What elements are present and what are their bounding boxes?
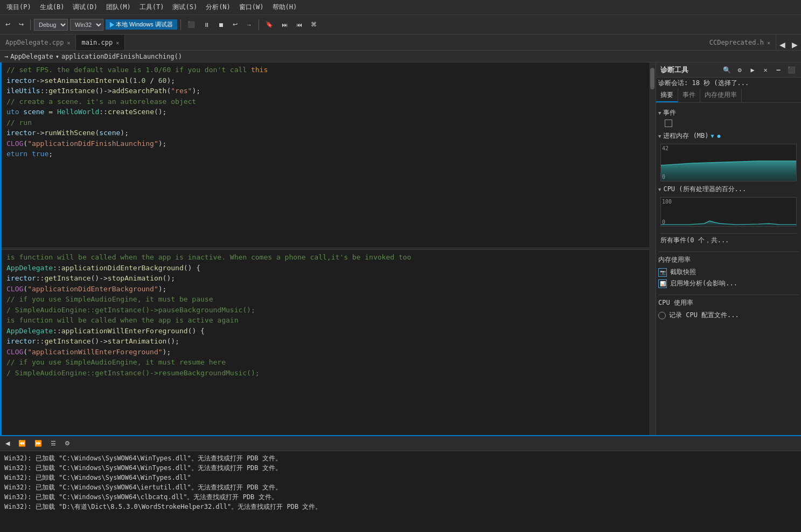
- output-toolbar-btn-5[interactable]: ⚙: [61, 439, 73, 448]
- tab-ccdeprecated[interactable]: CCDeprecated.h ✕: [704, 35, 776, 50]
- cpu-min-label: 0: [662, 219, 665, 225]
- vertical-scrollbar[interactable]: [649, 62, 656, 435]
- menu-project[interactable]: 项目(P): [2, 2, 36, 13]
- memory-max-label: 42: [662, 145, 668, 151]
- diag-tab-events[interactable]: 事件: [678, 89, 700, 102]
- menu-team[interactable]: 团队(M): [102, 2, 135, 13]
- menu-help[interactable]: 帮助(H): [268, 2, 302, 13]
- code-line: CLOG("applicationDidEnterBackground");: [4, 284, 656, 295]
- diag-icon-1[interactable]: 🔍: [721, 65, 732, 75]
- events-section: ▼ 事件: [658, 107, 799, 128]
- events-header: ▼ 事件: [658, 107, 799, 118]
- toolbar-icon-1[interactable]: ⬛: [184, 20, 198, 29]
- events-icon: [665, 120, 672, 127]
- toolbar-icon-6[interactable]: ⏭: [278, 20, 291, 29]
- indent-guide: [0, 62, 2, 435]
- diag-icon-3[interactable]: ▶: [747, 65, 758, 75]
- toolbar-icon-4[interactable]: ↩: [229, 20, 241, 29]
- code-line: irector::getInstance()->startAnimation()…: [4, 336, 656, 347]
- menu-tools[interactable]: 工具(T): [135, 2, 169, 13]
- main-layout: // set FPS. the default value is 1.0/60 …: [0, 62, 801, 435]
- breadcrumb-method[interactable]: applicationDidFinishLaunching(): [61, 53, 182, 60]
- diag-summary: 诊断会话: 18 秒 (选择了...: [656, 78, 801, 89]
- play-icon: [110, 22, 114, 27]
- debug-mode-select[interactable]: Debug: [34, 19, 68, 31]
- toolbar-icon-5[interactable]: →: [243, 20, 255, 29]
- diag-tab-summary[interactable]: 摘要: [656, 89, 678, 102]
- code-section-2: is function will be called when the app …: [0, 250, 656, 435]
- memory-chart-svg: [661, 144, 796, 181]
- scrollbar-thumb[interactable]: [650, 68, 654, 89]
- snapshot-button[interactable]: 📷 截取快照: [658, 268, 799, 277]
- menu-build[interactable]: 生成(B): [36, 2, 69, 13]
- toolbar-icon-3[interactable]: ⏹: [215, 20, 227, 29]
- bookmark-button[interactable]: 🔖: [262, 20, 276, 29]
- events-label: 事件: [663, 108, 676, 117]
- redo-button[interactable]: ↪: [16, 20, 27, 29]
- memory-section: ▼ 进程内存 (MB) ▼ ● 42 0: [658, 130, 799, 181]
- separator-2: [180, 19, 181, 30]
- output-panel: ◀ ⏪ ⏩ ☰ ⚙ Win32): 已加载 "C:\Windows\SysWOW…: [0, 435, 801, 532]
- breadcrumb: → AppDelegate ▾ applicationDidFinishLaun…: [0, 51, 801, 62]
- cpu-chart: 100 0: [660, 197, 797, 227]
- diag-tabs: 摘要 事件 内存使用率: [656, 89, 801, 103]
- memory-actions: 📷 截取快照 📊 启用堆分析(会影响...: [658, 265, 799, 290]
- breadcrumb-separator: ▾: [55, 53, 59, 60]
- code-line: CLOG("applicationWillEnterForeground");: [4, 347, 656, 358]
- menu-debug[interactable]: 调试(D): [68, 2, 102, 13]
- run-button[interactable]: 本地 Windows 调试器: [106, 19, 177, 30]
- output-toolbar-btn-2[interactable]: ⏪: [15, 439, 29, 448]
- toolbar-icon-7[interactable]: ⏮: [293, 20, 305, 29]
- output-toolbar-btn-4[interactable]: ☰: [47, 439, 59, 448]
- diag-icon-6[interactable]: ⬛: [786, 65, 797, 75]
- svg-marker-1: [661, 221, 796, 226]
- tab-scroll-right[interactable]: ▶: [789, 39, 801, 50]
- output-line-2: Win32): 已加载 "C:\Windows\SysWOW64\WinType…: [4, 463, 797, 473]
- events-count-label: 所有事件(0 个，共...: [660, 233, 797, 247]
- tab-main[interactable]: main.cpp ✕: [76, 35, 125, 50]
- diag-tab-memory[interactable]: 内存使用率: [700, 89, 742, 102]
- code-line: is function will be called when the app …: [4, 315, 656, 326]
- code-line: / SimpleAudioEngine::getInstance()->paus…: [4, 305, 656, 316]
- menubar: 项目(P) 生成(B) 调试(D) 团队(M) 工具(T) 测试(S) 分析(N…: [0, 0, 801, 15]
- events-detail-section: 所有事件(0 个，共...: [658, 229, 799, 249]
- tab-ccdeprecated-close[interactable]: ✕: [767, 40, 770, 46]
- output-toolbar: ◀ ⏪ ⏩ ☰ ⚙: [0, 436, 801, 451]
- output-toolbar-btn-3[interactable]: ⏩: [31, 439, 45, 448]
- memory-label: 进程内存 (MB): [663, 131, 708, 141]
- cpu-header: ▼ CPU (所有处理器的百分...: [658, 184, 799, 195]
- memory-arrow: ▼: [711, 133, 714, 139]
- menu-test[interactable]: 测试(S): [168, 2, 201, 13]
- output-toolbar-btn-1[interactable]: ◀: [2, 439, 13, 448]
- diag-icon-4[interactable]: ✕: [760, 65, 771, 75]
- tab-main-label: main.cpp: [81, 39, 113, 46]
- undo-button[interactable]: ↩: [2, 20, 13, 29]
- heap-analyze-button[interactable]: 📊 启用堆分析(会影响...: [658, 279, 799, 288]
- menu-analyze[interactable]: 分析(N): [201, 2, 235, 13]
- toolbar-icon-8[interactable]: ⌘: [308, 20, 320, 29]
- code-line: is function will be called when the app …: [4, 252, 656, 263]
- cpu-record-button[interactable]: 记录 CPU 配置文件...: [658, 309, 799, 322]
- separator-3: [259, 19, 259, 30]
- diag-icon-5[interactable]: —: [773, 65, 784, 75]
- menu-window[interactable]: 窗口(W): [235, 2, 268, 13]
- snapshot-icon: 📷: [658, 268, 667, 277]
- tab-appdelegate-label: AppDelegate.cpp: [5, 39, 64, 46]
- output-line-4: Win32): 已加载 "C:\Windows\SysWOW64\iertuti…: [4, 482, 797, 492]
- code-line: irector::getInstance()->stopAnimation();: [4, 273, 656, 284]
- tab-appdelegate-close[interactable]: ✕: [67, 40, 70, 46]
- memory-usage-section: 内存使用率 📷 截取快照 📊 启用堆分析(会影响...: [658, 251, 799, 292]
- platform-select[interactable]: Win32: [70, 19, 103, 31]
- tab-appdelegate[interactable]: AppDelegate.cpp ✕: [0, 35, 76, 50]
- tab-main-close[interactable]: ✕: [116, 40, 119, 46]
- output-line-3: Win32): 已卸载 "C:\Windows\SysWOW64\WinType…: [4, 473, 797, 482]
- breadcrumb-class[interactable]: AppDelegate: [10, 53, 53, 60]
- code-line: uto scene = HelloWorld::createScene();: [4, 107, 656, 117]
- toolbar-icon-2[interactable]: ⏸: [200, 20, 213, 29]
- memory-header: ▼ 进程内存 (MB) ▼ ●: [658, 130, 799, 142]
- diag-title: 诊断工具 🔍 ⚙ ▶ ✕ — ⬛: [656, 62, 801, 78]
- tab-scroll-left[interactable]: ◀: [776, 39, 789, 50]
- diag-icon-2[interactable]: ⚙: [734, 65, 745, 75]
- editor-area[interactable]: // set FPS. the default value is 1.0/60 …: [0, 62, 656, 435]
- output-line-5: Win32): 已加载 "C:\Windows\SysWOW64\clbcatq…: [4, 492, 797, 502]
